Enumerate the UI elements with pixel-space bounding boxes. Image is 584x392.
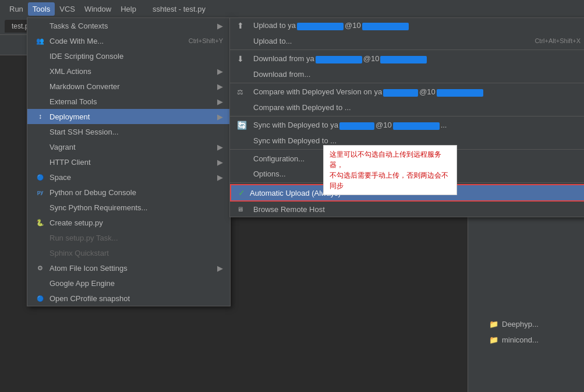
sub-sep-1 xyxy=(230,50,584,50)
sub-sep-3 xyxy=(230,116,584,116)
sync-remote-icon: 🔄 xyxy=(237,121,249,130)
vagrant-label: Vagrant xyxy=(49,143,217,151)
menu-help[interactable]: Help xyxy=(116,2,141,16)
menu-bar: Run Tools VCS Window Help sshtest - test… xyxy=(0,0,584,17)
submenu-download-remote[interactable]: ⬇ Download from ya@10 xyxy=(230,51,584,66)
http-client-arrow: ▶ xyxy=(217,158,223,167)
menu-vcs[interactable]: VCS xyxy=(55,2,80,16)
tasks-label: Tasks & Contexts xyxy=(49,22,217,30)
ide-scripting-label: IDE Scripting Console xyxy=(49,52,223,61)
deephyp-item[interactable]: 📁 Deephyp... xyxy=(468,316,584,332)
sub-sep-4 xyxy=(230,149,584,150)
submenu-download-from[interactable]: Download from... xyxy=(230,66,584,82)
http-client-label: HTTP Client xyxy=(49,158,217,167)
submenu-compare-remote[interactable]: ⚖ Compare with Deployed Version on ya@10 xyxy=(230,84,584,100)
markdown-label: Markdown Converter xyxy=(49,82,217,91)
tools-dropdown: Tasks & Contexts ▶ 👥 Code With Me... Ctr… xyxy=(27,17,231,306)
menu-http-client[interactable]: HTTP Client ▶ xyxy=(27,154,230,169)
start-ssh-label: Start SSH Session... xyxy=(49,128,223,136)
menu-tools[interactable]: Tools xyxy=(28,2,55,16)
download-remote-label: Download from ya@10 xyxy=(253,54,581,63)
submenu-auto-upload[interactable]: ✓ Automatic Upload (Always) xyxy=(230,184,584,202)
python-console-icon: py xyxy=(34,189,46,195)
space-icon: 🔵 xyxy=(34,174,46,181)
menu-sync-python[interactable]: Sync Python Requirements... xyxy=(27,200,230,215)
deployment-icon: ↕ xyxy=(34,112,46,121)
submenu-browse-remote[interactable]: 🖥 Browse Remote Host xyxy=(230,202,584,217)
menu-start-ssh[interactable]: Start SSH Session... xyxy=(27,124,230,139)
compare-deployed-label: Compare with Deployed to ... xyxy=(253,103,581,112)
window-title: sshtest - test.py xyxy=(153,5,206,13)
deployment-submenu: ⬆ Upload to ya@10 Upload to... Ctrl+Alt+… xyxy=(229,17,584,217)
menu-external-tools[interactable]: External Tools ▶ xyxy=(27,94,230,109)
submenu-upload-remote[interactable]: ⬆ Upload to ya@10 xyxy=(230,18,584,33)
download-remote-icon: ⬇ xyxy=(237,54,249,63)
tasks-arrow: ▶ xyxy=(217,22,223,30)
configuration-label: Configuration... xyxy=(253,154,581,163)
folder3-icon: 📁 xyxy=(489,336,498,344)
menu-window[interactable]: Window xyxy=(80,2,116,16)
space-arrow: ▶ xyxy=(217,173,223,182)
submenu-options[interactable]: Options... xyxy=(230,166,584,181)
upload-to-shortcut: Ctrl+Alt+Shift+X xyxy=(535,37,581,44)
deployment-arrow: ▶ xyxy=(217,112,223,121)
python-console-label: Python or Debug Console xyxy=(49,188,223,197)
compare-remote-icon: ⚖ xyxy=(237,88,249,96)
menu-xml-actions[interactable]: XML Actions ▶ xyxy=(27,63,230,79)
menu-tasks[interactable]: Tasks & Contexts ▶ xyxy=(27,18,230,33)
create-setup-icon: 🐍 xyxy=(34,219,46,227)
folder2-icon: 📁 xyxy=(489,320,498,329)
download-from-label: Download from... xyxy=(253,70,581,79)
menu-create-setup[interactable]: 🐍 Create setup.py xyxy=(27,215,230,230)
upload-remote-icon: ⬆ xyxy=(237,21,249,30)
cprofile-label: Open CProfile snapshot xyxy=(49,294,223,303)
menu-run[interactable]: Run xyxy=(5,2,28,16)
menu-ide-scripting[interactable]: IDE Scripting Console xyxy=(27,48,230,63)
submenu-sync-remote[interactable]: 🔄 Sync with Deployed to ya@10... xyxy=(230,118,584,133)
atom-file-arrow: ▶ xyxy=(217,264,223,273)
menu-cprofile[interactable]: 🔵 Open CProfile snapshot xyxy=(27,291,230,306)
atom-file-icon: ⚙ xyxy=(34,264,46,272)
external-tools-arrow: ▶ xyxy=(217,97,223,106)
menu-run-setup: Run setup.py Task... xyxy=(27,230,230,245)
sync-deployed-label: Sync with Deployed to ... xyxy=(253,136,581,145)
code-with-me-icon: 👥 xyxy=(34,37,46,45)
external-tools-label: External Tools xyxy=(49,97,217,106)
sync-python-label: Sync Python Requirements... xyxy=(49,203,223,212)
vagrant-arrow: ▶ xyxy=(217,143,223,151)
browse-remote-label: Browse Remote Host xyxy=(253,205,581,214)
deephyp-label: Deephyp... xyxy=(502,320,539,329)
atom-file-label: Atom File Icon Settings xyxy=(49,264,217,273)
auto-upload-label: Automatic Upload (Always) xyxy=(250,189,341,197)
run-setup-label: Run setup.py Task... xyxy=(49,234,223,242)
create-setup-label: Create setup.py xyxy=(49,218,223,227)
compare-remote-label: Compare with Deployed Version on ya@10 xyxy=(253,87,581,96)
xml-actions-label: XML Actions xyxy=(49,67,217,76)
sphinx-label: Sphinx Quickstart xyxy=(49,249,223,257)
sub-sep-2 xyxy=(230,83,584,83)
options-label: Options... xyxy=(253,169,581,178)
browse-remote-icon: 🖥 xyxy=(237,206,249,213)
minicond-item[interactable]: 📁 minicond... xyxy=(468,332,584,348)
menu-atom-file[interactable]: ⚙ Atom File Icon Settings ▶ xyxy=(27,260,230,276)
auto-upload-check-icon: ✓ xyxy=(238,188,245,197)
xml-actions-arrow: ▶ xyxy=(217,67,223,76)
submenu-sync-deployed[interactable]: Sync with Deployed to ... xyxy=(230,133,584,148)
cprofile-icon: 🔵 xyxy=(34,295,46,302)
menu-markdown[interactable]: Markdown Converter ▶ xyxy=(27,79,230,94)
submenu-configuration[interactable]: Configuration... 这里可以不勾选自动上传到远程服务器， 不勾选后… xyxy=(230,151,584,166)
deployment-label: Deployment xyxy=(49,112,217,121)
menu-python-console[interactable]: py Python or Debug Console xyxy=(27,185,230,200)
menu-deployment[interactable]: ↕ Deployment ▶ xyxy=(27,109,230,124)
code-with-me-label: Code With Me... xyxy=(49,37,177,45)
submenu-compare-deployed[interactable]: Compare with Deployed to ... xyxy=(230,100,584,115)
menu-code-with-me[interactable]: 👥 Code With Me... Ctrl+Shift+Y xyxy=(27,33,230,48)
menu-vagrant[interactable]: Vagrant ▶ xyxy=(27,139,230,154)
markdown-arrow: ▶ xyxy=(217,82,223,91)
space-label: Space xyxy=(49,173,217,182)
menu-google-app[interactable]: Google App Engine xyxy=(27,276,230,291)
menu-space[interactable]: 🔵 Space ▶ xyxy=(27,169,230,185)
submenu-upload-to[interactable]: Upload to... Ctrl+Alt+Shift+X xyxy=(230,33,584,48)
code-with-me-shortcut: Ctrl+Shift+Y xyxy=(189,37,223,44)
upload-to-label: Upload to... xyxy=(253,37,529,45)
